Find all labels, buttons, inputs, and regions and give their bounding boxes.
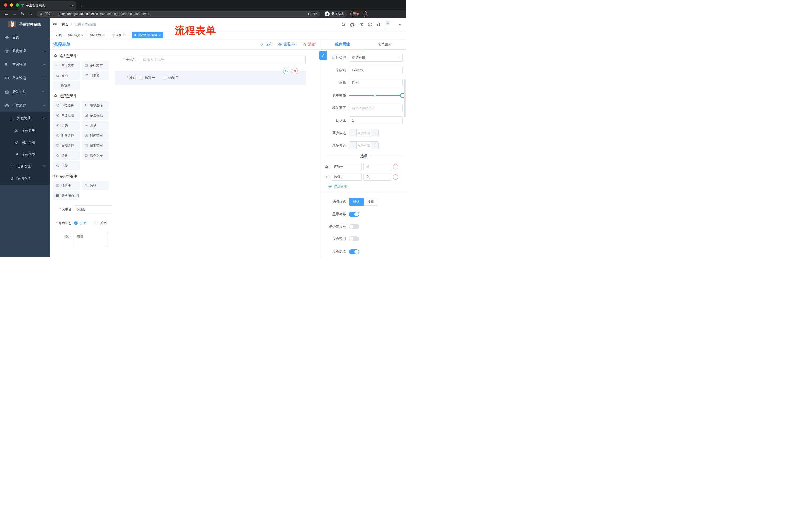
sidebar-item-leave-query[interactable]: 请假查询 [0, 172, 50, 185]
avatar[interactable] [385, 20, 394, 29]
zoom-window-button[interactable] [16, 3, 19, 6]
field-name-input[interactable] [349, 66, 403, 74]
reload-icon[interactable]: ↻ [19, 11, 26, 17]
forward-icon[interactable]: → [11, 11, 18, 16]
sidebar-item-user-group[interactable]: 用户分组 [0, 136, 50, 148]
tag-process-definition[interactable]: 流程定义 [66, 32, 86, 38]
max-select-input[interactable] [356, 141, 371, 149]
component-checkbox-group[interactable]: 多选框组 [82, 111, 109, 120]
help-icon[interactable] [359, 22, 364, 27]
sidebar-collapse-icon[interactable] [53, 22, 57, 27]
min-select-input[interactable] [356, 129, 371, 137]
home-icon[interactable]: ⌂ [27, 11, 34, 16]
sidebar-item-devtools[interactable]: 研发工具 [0, 85, 50, 99]
component-upload[interactable]: 上传 [53, 161, 80, 170]
phone-input[interactable] [139, 55, 306, 64]
show-label-switch[interactable] [349, 212, 359, 217]
option-value-input[interactable] [363, 173, 391, 181]
radio-on[interactable] [74, 221, 78, 225]
form-grid-slider[interactable] [349, 94, 403, 96]
tab-form-props[interactable]: 表单属性 [364, 39, 406, 49]
github-icon[interactable] [350, 22, 355, 27]
copy-component-button[interactable] [283, 68, 289, 74]
sidebar-item-task-mgmt[interactable]: 任务管理 [0, 160, 50, 172]
component-date-picker[interactable]: 日期选择 [53, 141, 80, 150]
component-row-container[interactable]: 行容器 [53, 181, 80, 190]
address-bar[interactable]: 不安全 dashboard.yudao.iocoder.cn/bpm/manag… [37, 10, 320, 17]
border-switch[interactable] [349, 224, 359, 229]
drag-handle-icon[interactable] [325, 175, 329, 179]
scrollbar-thumb[interactable] [404, 79, 406, 117]
component-rate[interactable]: 评分 [53, 151, 80, 160]
sidebar-item-process-form[interactable]: 流程表单 [0, 124, 50, 136]
component-time-picker[interactable]: 时间选择 [53, 131, 80, 140]
tag-process-model[interactable]: 流程模型 [88, 32, 108, 38]
selected-component-block[interactable]: 性别 选项一 选项二 [115, 71, 306, 85]
radio-off-label[interactable]: 关闭 [100, 219, 107, 227]
option-value-input[interactable] [363, 163, 391, 170]
component-type-select[interactable]: 多选框组 [349, 54, 403, 62]
component-table-wip[interactable]: 表格[开发中] [53, 191, 80, 200]
browser-update-button[interactable]: 更新 [350, 10, 367, 17]
tab-component-props[interactable]: 组件属性 [321, 39, 364, 49]
form-remark-textarea[interactable]: 嘿嘿 [74, 233, 108, 247]
font-size-icon[interactable] [377, 23, 381, 27]
delete-component-button[interactable] [292, 68, 298, 74]
tag-close-icon[interactable] [158, 34, 161, 36]
tag-close-icon[interactable] [104, 34, 106, 36]
clear-button[interactable]: 清空 [303, 42, 315, 47]
sidebar-item-infra[interactable]: 基础设施 [0, 72, 50, 85]
bookmark-star-icon[interactable] [313, 12, 317, 16]
minimize-window-button[interactable] [10, 3, 13, 6]
component-counter[interactable]: 计数器 [82, 71, 109, 80]
component-switch[interactable]: 开关 [53, 121, 80, 130]
caret-down-icon[interactable] [399, 23, 402, 26]
component-cascader[interactable]: 级联选择 [82, 101, 109, 110]
phone-field-row[interactable]: 手机号 [115, 55, 306, 64]
component-dropdown-select[interactable]: 下拉选择 [53, 101, 80, 110]
title-input[interactable] [349, 79, 403, 87]
option-label-input[interactable] [331, 173, 361, 181]
required-switch[interactable] [349, 249, 359, 254]
component-time-range[interactable]: 时间范围 [82, 131, 109, 140]
sidebar-item-payment[interactable]: ¥ 支付管理 [0, 58, 50, 72]
component-slider[interactable]: 滑块 [82, 121, 109, 130]
checkbox[interactable] [139, 76, 143, 80]
tag-close-icon[interactable] [82, 34, 84, 36]
back-icon[interactable]: ← [3, 11, 10, 16]
increase-button[interactable] [371, 141, 378, 149]
close-window-button[interactable] [4, 3, 7, 6]
component-radio-group[interactable]: 单选框组 [53, 111, 80, 120]
sidebar-item-process-mgmt[interactable]: 流程管理 [0, 112, 50, 124]
component-button[interactable]: 按钮 [82, 181, 109, 190]
component-multi-line-text[interactable]: 多行文本 [82, 61, 109, 70]
option-label-input[interactable] [331, 163, 361, 170]
new-tab-button[interactable] [80, 4, 84, 8]
disabled-switch[interactable] [349, 236, 359, 241]
gender-option-1[interactable]: 选项一 [139, 76, 155, 80]
component-single-line-text[interactable]: 单行文本 [53, 61, 80, 70]
increase-button[interactable] [371, 129, 378, 137]
component-date-range[interactable]: 日期范围 [82, 141, 109, 150]
fullscreen-icon[interactable] [368, 22, 372, 27]
remove-option-button[interactable] [393, 164, 398, 169]
sidebar-item-workflow[interactable]: 工作流程 [0, 99, 50, 112]
default-value-input[interactable] [349, 116, 403, 125]
key-icon[interactable] [307, 12, 311, 16]
component-color-picker[interactable]: 颜色选择 [82, 151, 109, 160]
style-button-button[interactable]: 按钮 [364, 198, 378, 206]
checkbox[interactable] [163, 76, 166, 80]
drag-handle-icon[interactable] [325, 165, 329, 169]
add-option-button[interactable]: 添加选项 [328, 184, 406, 189]
decrease-button[interactable] [349, 129, 356, 137]
component-editor[interactable]: 编辑器 [53, 81, 80, 90]
search-icon[interactable] [341, 22, 346, 27]
tab-close-icon[interactable] [71, 4, 74, 7]
tag-process-form-edit[interactable]: 流程表单-编辑 [132, 32, 163, 38]
gender-option-2[interactable]: 选项二 [163, 76, 179, 80]
save-button[interactable]: 保存 [260, 42, 272, 47]
view-json-button[interactable]: 查看json [278, 42, 297, 47]
sidebar-item-process-model[interactable]: 流程模型 [0, 148, 50, 160]
tag-home[interactable]: 首页 [54, 32, 64, 38]
browser-tab[interactable]: 芋道管理系统 [18, 1, 76, 9]
